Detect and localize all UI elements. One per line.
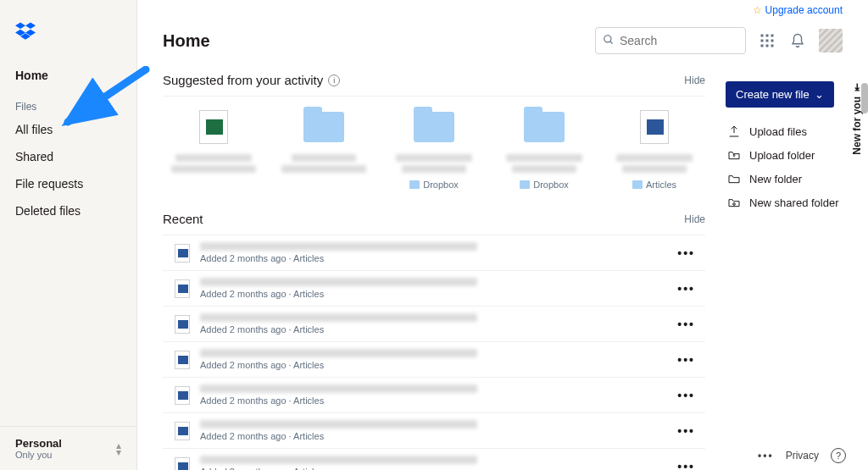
recent-head: Recent Hide <box>163 212 705 226</box>
topbar: ☆ Upgrade account <box>137 0 868 19</box>
account-name: Personal <box>15 437 62 450</box>
sidebar-item-shared[interactable]: Shared <box>0 143 136 170</box>
word-icon <box>175 279 190 298</box>
new-folder[interactable]: New folder <box>726 167 846 191</box>
recent-row[interactable]: Added 2 months ago · Articles ••• <box>163 378 705 413</box>
suggested-card[interactable] <box>273 108 375 190</box>
svg-rect-8 <box>761 35 764 37</box>
recent-hide[interactable]: Hide <box>684 213 705 225</box>
more-icon[interactable]: ••• <box>672 460 700 471</box>
recent-meta: Added 2 months ago · Articles <box>200 431 662 441</box>
recent-filename <box>200 278 477 286</box>
chevron-down-icon: ⌄ <box>815 88 824 101</box>
search-icon <box>603 34 615 48</box>
sidebar-section-files: Files <box>0 89 136 116</box>
svg-rect-14 <box>761 45 764 47</box>
chevron-updown-icon: ▴▾ <box>116 443 121 455</box>
search-box[interactable] <box>595 27 746 54</box>
suggested-card[interactable]: Articles <box>604 108 705 190</box>
svg-rect-9 <box>766 35 769 37</box>
more-icon[interactable]: ••• <box>758 450 774 462</box>
recent-list: Added 2 months ago · Articles ••• Added … <box>163 235 705 470</box>
recent-filename <box>200 420 477 429</box>
recent-row[interactable]: Added 2 months ago · Articles ••• <box>163 235 705 271</box>
more-icon[interactable]: ••• <box>672 318 700 331</box>
svg-marker-0 <box>15 23 25 30</box>
recent-row[interactable]: Added 2 months ago · Articles ••• <box>163 307 705 342</box>
sidebar-item-deleted-files[interactable]: Deleted files <box>0 197 136 224</box>
scrollbar[interactable] <box>861 83 868 113</box>
main: ☆ Upgrade account Home Suggested from yo… <box>137 0 868 470</box>
recent-meta: Added 2 months ago · Articles <box>200 467 662 470</box>
privacy-link[interactable]: Privacy <box>786 450 819 462</box>
sidebar: Home Files All files Shared File request… <box>0 0 137 470</box>
word-icon <box>640 110 669 144</box>
more-icon[interactable]: ••• <box>672 389 700 402</box>
excel-icon <box>199 110 228 144</box>
more-icon[interactable]: ••• <box>672 424 700 438</box>
svg-rect-16 <box>771 45 774 47</box>
right-column: Create new file ⌄ Upload files Upload fo… <box>719 59 868 470</box>
svg-line-7 <box>610 41 613 43</box>
svg-rect-11 <box>761 40 764 42</box>
more-icon[interactable]: ••• <box>672 282 700 296</box>
dropbox-logo[interactable] <box>0 0 136 52</box>
apps-grid-icon[interactable] <box>758 31 776 50</box>
svg-rect-12 <box>766 40 769 42</box>
info-icon[interactable]: i <box>328 75 340 86</box>
account-switcher[interactable]: Personal Only you ▴▾ <box>0 426 136 470</box>
sidebar-item-file-requests[interactable]: File requests <box>0 170 136 197</box>
folder-icon <box>409 180 420 189</box>
svg-point-6 <box>604 35 611 41</box>
suggested-card[interactable] <box>163 108 264 190</box>
search-input[interactable] <box>620 34 738 47</box>
recent-filename <box>200 313 477 322</box>
svg-rect-10 <box>771 35 774 37</box>
recent-meta: Added 2 months ago · Articles <box>200 253 662 263</box>
sidebar-item-home[interactable]: Home <box>0 62 136 89</box>
recent-row[interactable]: Added 2 months ago · Articles ••• <box>163 342 705 378</box>
suggested-location: Dropbox <box>423 180 459 190</box>
sidebar-item-all-files[interactable]: All files <box>0 116 136 143</box>
upgrade-account-link[interactable]: ☆ Upgrade account <box>753 4 843 16</box>
svg-rect-15 <box>766 45 769 47</box>
recent-row[interactable]: Added 2 months ago · Articles ••• <box>163 271 705 307</box>
word-icon <box>175 315 190 334</box>
more-icon[interactable]: ••• <box>672 353 700 367</box>
word-icon <box>175 386 190 405</box>
create-new-file-button[interactable]: Create new file ⌄ <box>726 81 834 108</box>
word-icon <box>175 244 190 263</box>
create-label: Create new file <box>736 88 810 101</box>
center-column: Suggested from your activity i Hide <box>163 59 719 470</box>
recent-title: Recent <box>163 212 203 226</box>
recent-filename <box>200 384 477 393</box>
suggested-card[interactable]: Dropbox <box>383 108 485 190</box>
help-icon[interactable]: ? <box>831 448 846 463</box>
new-shared-folder[interactable]: New shared folder <box>726 191 846 214</box>
upgrade-label: Upgrade account <box>765 4 843 16</box>
avatar[interactable] <box>819 29 843 53</box>
bell-icon[interactable] <box>788 31 807 50</box>
recent-filename <box>200 456 477 464</box>
recent-row[interactable]: Added 2 months ago · Articles ••• <box>163 413 705 449</box>
recent-row[interactable]: Added 2 months ago · Articles ••• <box>163 449 705 470</box>
svg-point-17 <box>733 203 736 206</box>
upload-files[interactable]: Upload files <box>726 119 846 143</box>
word-icon <box>175 457 190 471</box>
headerbar: Home <box>137 19 868 59</box>
recent-filename <box>200 242 477 251</box>
more-icon[interactable]: ••• <box>672 246 700 260</box>
folder-icon <box>303 112 344 142</box>
star-icon: ☆ <box>753 4 762 16</box>
suggested-hide[interactable]: Hide <box>684 75 705 86</box>
sidebar-nav: Home Files All files Shared File request… <box>0 52 136 224</box>
suggested-head: Suggested from your activity i Hide <box>163 73 705 87</box>
action-label: Upload files <box>749 125 807 138</box>
folder-icon <box>632 180 643 189</box>
word-icon <box>175 351 190 369</box>
folder-icon <box>524 112 565 142</box>
action-label: Upload folder <box>749 149 815 162</box>
action-label: New folder <box>749 173 802 185</box>
upload-folder[interactable]: Upload folder <box>726 143 846 167</box>
suggested-card[interactable]: Dropbox <box>493 108 595 190</box>
